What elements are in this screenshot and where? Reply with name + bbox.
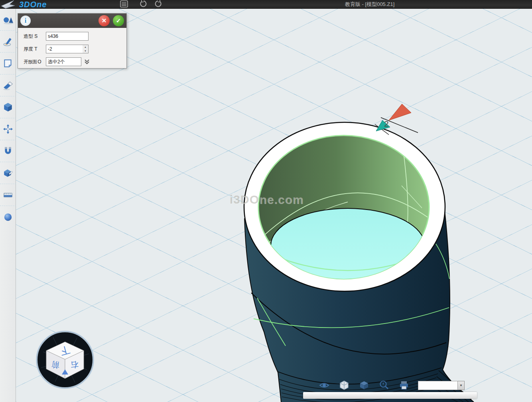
view-toolbar — [319, 380, 409, 390]
handle-value: 2 — [384, 119, 389, 128]
toolbar-trim[interactable] — [0, 75, 16, 96]
view-combo: ▼ — [418, 381, 465, 390]
info-icon[interactable]: i — [20, 16, 31, 26]
spin-down-button[interactable]: ▼ — [83, 49, 88, 53]
thickness-label: 厚度 T — [24, 46, 46, 53]
app-window: 2 i3DOne.com 下 前 右 — [0, 0, 532, 402]
material-icon — [3, 212, 13, 222]
print-icon[interactable] — [399, 380, 409, 390]
toolbar-magnet-snap[interactable] — [0, 140, 16, 162]
window-title: 教育版 - [模型005.Z1] — [345, 1, 394, 8]
app-logo-text: 3DOne — [19, 0, 47, 9]
wireframe-cube-icon[interactable] — [339, 380, 349, 390]
open-faces-label: 开放面 O — [24, 59, 46, 65]
shape-label: 造型 S — [24, 33, 46, 40]
document-icon[interactable] — [120, 0, 128, 10]
titlebar[interactable]: 3DOne 教育版 - [模型005.Z1] — [0, 0, 532, 9]
toolbar-combine[interactable] — [0, 162, 16, 184]
sketch-icon — [3, 36, 13, 47]
combine-icon — [3, 168, 13, 178]
eye-icon[interactable] — [319, 380, 329, 390]
shaded-cube-icon[interactable] — [359, 380, 369, 390]
primitives-icon — [3, 14, 13, 25]
toolbar-sketch-plane[interactable] — [0, 53, 16, 75]
shell-dialog: i ✕ ✓ 造型 S 厚度 T ▲ ▼ 开放面 O — [18, 13, 127, 69]
combo-dropdown-button[interactable]: ▼ — [458, 381, 465, 390]
confirm-icon[interactable]: ✓ — [113, 15, 124, 26]
cube-face-right: 右 — [70, 360, 79, 370]
watermark: i3DOne.com — [230, 193, 303, 206]
main-toolbar — [0, 9, 16, 402]
offset-arrow-red — [389, 104, 411, 120]
shape-input[interactable] — [46, 32, 89, 41]
trim-icon — [3, 80, 13, 90]
field-shape: 造型 S — [24, 32, 126, 41]
close-icon[interactable]: ✕ — [99, 15, 110, 26]
view-combo-input[interactable] — [418, 381, 458, 390]
zoom-icon[interactable] — [379, 380, 389, 390]
expand-chevron-icon[interactable] — [84, 59, 90, 65]
undo-icon[interactable] — [140, 0, 148, 10]
toolbar-solid-feature[interactable] — [0, 96, 16, 118]
app-logo: 3DOne — [1, 0, 47, 10]
cube-face-front: 前 — [51, 360, 60, 370]
solid-feature-icon — [3, 102, 13, 112]
open-faces-input[interactable] — [46, 57, 81, 66]
toolbar-material[interactable] — [0, 206, 16, 228]
magnet-snap-icon — [3, 146, 13, 156]
move-icon — [3, 124, 13, 134]
dialog-titlebar[interactable]: i ✕ ✓ — [18, 14, 126, 28]
section-icon — [3, 190, 13, 200]
thickness-input[interactable] — [46, 45, 89, 53]
field-open-faces: 开放面 O — [24, 57, 126, 66]
toolbar-sketch[interactable] — [0, 31, 16, 53]
field-thickness: 厚度 T ▲ ▼ — [24, 45, 126, 53]
bottom-panel-bar — [303, 392, 477, 399]
toolbar-section[interactable] — [0, 184, 16, 206]
toolbar-primitives[interactable] — [0, 9, 16, 31]
toolbar-move[interactable] — [0, 118, 16, 140]
sketch-plane-icon — [3, 58, 13, 69]
view-cube[interactable]: 下 前 右 — [35, 330, 95, 390]
redo-icon[interactable] — [154, 0, 162, 10]
spin-up-button[interactable]: ▲ — [83, 45, 88, 49]
app-logo-arrow — [1, 0, 16, 9]
